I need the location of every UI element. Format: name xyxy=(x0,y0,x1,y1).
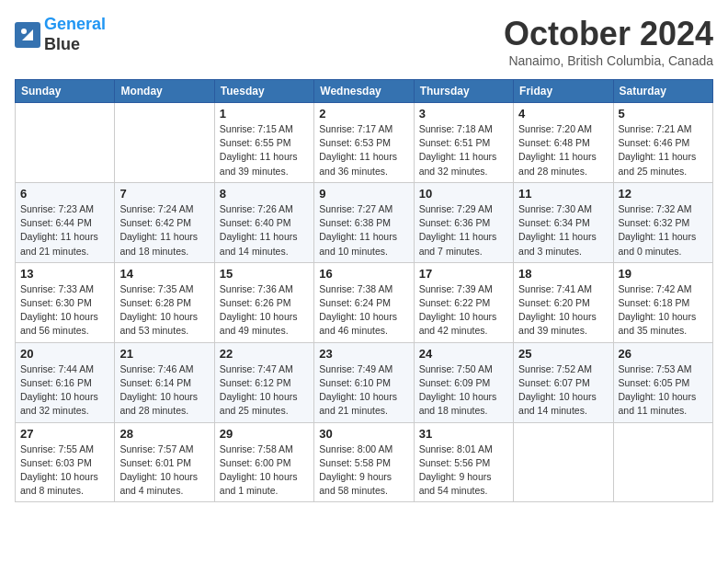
weekday-header: Tuesday xyxy=(214,80,313,103)
day-info: Sunrise: 7:57 AM Sunset: 6:01 PM Dayligh… xyxy=(119,442,209,499)
calendar-cell: 18Sunrise: 7:41 AM Sunset: 6:20 PM Dayli… xyxy=(514,262,613,342)
calendar-cell: 1Sunrise: 7:15 AM Sunset: 6:55 PM Daylig… xyxy=(214,103,313,183)
day-number: 25 xyxy=(518,347,608,361)
day-number: 27 xyxy=(20,427,109,441)
location: Nanaimo, British Columbia, Canada xyxy=(504,53,713,68)
calendar-cell: 3Sunrise: 7:18 AM Sunset: 6:51 PM Daylig… xyxy=(414,103,513,183)
day-number: 29 xyxy=(220,427,309,441)
logo: General Blue xyxy=(15,15,106,54)
calendar-week-row: 1Sunrise: 7:15 AM Sunset: 6:55 PM Daylig… xyxy=(16,103,713,183)
calendar-cell: 12Sunrise: 7:32 AM Sunset: 6:32 PM Dayli… xyxy=(613,182,712,262)
day-info: Sunrise: 7:35 AM Sunset: 6:28 PM Dayligh… xyxy=(119,282,209,339)
day-number: 10 xyxy=(419,187,508,201)
logo-icon xyxy=(15,22,40,48)
day-info: Sunrise: 7:42 AM Sunset: 6:18 PM Dayligh… xyxy=(619,282,708,339)
day-info: Sunrise: 7:39 AM Sunset: 6:22 PM Dayligh… xyxy=(419,282,508,339)
day-info: Sunrise: 7:26 AM Sunset: 6:40 PM Dayligh… xyxy=(220,202,309,259)
day-info: Sunrise: 7:32 AM Sunset: 6:32 PM Dayligh… xyxy=(619,202,708,259)
day-info: Sunrise: 7:29 AM Sunset: 6:36 PM Dayligh… xyxy=(419,202,508,259)
weekday-header: Thursday xyxy=(414,80,513,103)
day-number: 7 xyxy=(119,187,209,201)
calendar-cell: 31Sunrise: 8:01 AM Sunset: 5:56 PM Dayli… xyxy=(414,422,513,502)
calendar-cell: 21Sunrise: 7:46 AM Sunset: 6:14 PM Dayli… xyxy=(115,342,214,422)
day-number: 4 xyxy=(518,107,608,121)
calendar-cell: 22Sunrise: 7:47 AM Sunset: 6:12 PM Dayli… xyxy=(214,342,313,422)
calendar-table: SundayMondayTuesdayWednesdayThursdayFrid… xyxy=(15,79,713,502)
day-info: Sunrise: 7:55 AM Sunset: 6:03 PM Dayligh… xyxy=(20,442,109,499)
day-info: Sunrise: 7:47 AM Sunset: 6:12 PM Dayligh… xyxy=(220,362,309,419)
calendar-cell: 5Sunrise: 7:21 AM Sunset: 6:46 PM Daylig… xyxy=(613,103,712,183)
weekday-header: Saturday xyxy=(613,80,712,103)
calendar-cell: 2Sunrise: 7:17 AM Sunset: 6:53 PM Daylig… xyxy=(314,103,414,183)
day-number: 5 xyxy=(619,107,708,121)
day-number: 26 xyxy=(619,347,708,361)
calendar-cell xyxy=(613,422,712,502)
day-info: Sunrise: 8:01 AM Sunset: 5:56 PM Dayligh… xyxy=(419,442,508,499)
calendar-cell: 4Sunrise: 7:20 AM Sunset: 6:48 PM Daylig… xyxy=(514,103,613,183)
day-info: Sunrise: 7:20 AM Sunset: 6:48 PM Dayligh… xyxy=(518,122,608,178)
calendar-cell xyxy=(514,422,613,502)
page-header: General Blue October 2024 Nanaimo, Briti… xyxy=(15,15,713,68)
day-info: Sunrise: 7:30 AM Sunset: 6:34 PM Dayligh… xyxy=(518,202,608,259)
day-info: Sunrise: 7:41 AM Sunset: 6:20 PM Dayligh… xyxy=(518,282,608,339)
calendar-cell: 13Sunrise: 7:33 AM Sunset: 6:30 PM Dayli… xyxy=(16,262,115,342)
calendar-cell: 30Sunrise: 8:00 AM Sunset: 5:58 PM Dayli… xyxy=(314,422,414,502)
calendar-cell: 26Sunrise: 7:53 AM Sunset: 6:05 PM Dayli… xyxy=(613,342,712,422)
day-info: Sunrise: 7:24 AM Sunset: 6:42 PM Dayligh… xyxy=(119,202,209,259)
day-number: 13 xyxy=(20,267,109,281)
calendar-week-row: 27Sunrise: 7:55 AM Sunset: 6:03 PM Dayli… xyxy=(16,422,713,502)
day-number: 19 xyxy=(619,267,708,281)
day-number: 16 xyxy=(319,267,408,281)
day-info: Sunrise: 7:53 AM Sunset: 6:05 PM Dayligh… xyxy=(619,362,708,419)
day-number: 21 xyxy=(119,347,209,361)
day-info: Sunrise: 7:44 AM Sunset: 6:16 PM Dayligh… xyxy=(20,362,109,419)
day-info: Sunrise: 7:18 AM Sunset: 6:51 PM Dayligh… xyxy=(419,122,508,178)
weekday-header: Wednesday xyxy=(314,80,414,103)
day-number: 2 xyxy=(319,107,408,121)
month-title: October 2024 xyxy=(504,15,713,53)
day-number: 22 xyxy=(220,347,309,361)
day-number: 31 xyxy=(419,427,508,441)
calendar-cell: 6Sunrise: 7:23 AM Sunset: 6:44 PM Daylig… xyxy=(16,182,115,262)
day-info: Sunrise: 7:27 AM Sunset: 6:38 PM Dayligh… xyxy=(319,202,408,259)
day-info: Sunrise: 7:50 AM Sunset: 6:09 PM Dayligh… xyxy=(419,362,508,419)
day-info: Sunrise: 7:38 AM Sunset: 6:24 PM Dayligh… xyxy=(319,282,408,339)
day-number: 18 xyxy=(518,267,608,281)
svg-point-2 xyxy=(21,29,27,34)
day-number: 12 xyxy=(619,187,708,201)
day-info: Sunrise: 7:21 AM Sunset: 6:46 PM Dayligh… xyxy=(619,122,708,178)
calendar-cell: 29Sunrise: 7:58 AM Sunset: 6:00 PM Dayli… xyxy=(214,422,313,502)
day-number: 17 xyxy=(419,267,508,281)
calendar-cell: 20Sunrise: 7:44 AM Sunset: 6:16 PM Dayli… xyxy=(16,342,115,422)
calendar-cell xyxy=(115,103,214,183)
day-number: 9 xyxy=(319,187,408,201)
day-number: 24 xyxy=(419,347,508,361)
calendar-cell: 14Sunrise: 7:35 AM Sunset: 6:28 PM Dayli… xyxy=(115,262,214,342)
day-number: 8 xyxy=(220,187,309,201)
day-number: 3 xyxy=(419,107,508,121)
day-number: 30 xyxy=(319,427,408,441)
calendar-week-row: 20Sunrise: 7:44 AM Sunset: 6:16 PM Dayli… xyxy=(16,342,713,422)
calendar-cell: 28Sunrise: 7:57 AM Sunset: 6:01 PM Dayli… xyxy=(115,422,214,502)
calendar-cell: 17Sunrise: 7:39 AM Sunset: 6:22 PM Dayli… xyxy=(414,262,513,342)
calendar-cell xyxy=(16,103,115,183)
calendar-cell: 9Sunrise: 7:27 AM Sunset: 6:38 PM Daylig… xyxy=(314,182,414,262)
calendar-cell: 23Sunrise: 7:49 AM Sunset: 6:10 PM Dayli… xyxy=(314,342,414,422)
calendar-cell: 11Sunrise: 7:30 AM Sunset: 6:34 PM Dayli… xyxy=(514,182,613,262)
calendar-cell: 8Sunrise: 7:26 AM Sunset: 6:40 PM Daylig… xyxy=(214,182,313,262)
calendar-cell: 27Sunrise: 7:55 AM Sunset: 6:03 PM Dayli… xyxy=(16,422,115,502)
day-number: 1 xyxy=(220,107,309,121)
calendar-cell: 19Sunrise: 7:42 AM Sunset: 6:18 PM Dayli… xyxy=(613,262,712,342)
day-number: 6 xyxy=(20,187,109,201)
title-block: October 2024 Nanaimo, British Columbia, … xyxy=(504,15,713,68)
calendar-week-row: 13Sunrise: 7:33 AM Sunset: 6:30 PM Dayli… xyxy=(16,262,713,342)
day-number: 23 xyxy=(319,347,408,361)
day-number: 11 xyxy=(518,187,608,201)
weekday-header: Sunday xyxy=(16,80,115,103)
calendar-cell: 25Sunrise: 7:52 AM Sunset: 6:07 PM Dayli… xyxy=(514,342,613,422)
day-number: 28 xyxy=(119,427,209,441)
day-info: Sunrise: 7:52 AM Sunset: 6:07 PM Dayligh… xyxy=(518,362,608,419)
day-info: Sunrise: 7:23 AM Sunset: 6:44 PM Dayligh… xyxy=(20,202,109,259)
day-info: Sunrise: 7:17 AM Sunset: 6:53 PM Dayligh… xyxy=(319,122,408,178)
day-info: Sunrise: 7:33 AM Sunset: 6:30 PM Dayligh… xyxy=(20,282,109,339)
